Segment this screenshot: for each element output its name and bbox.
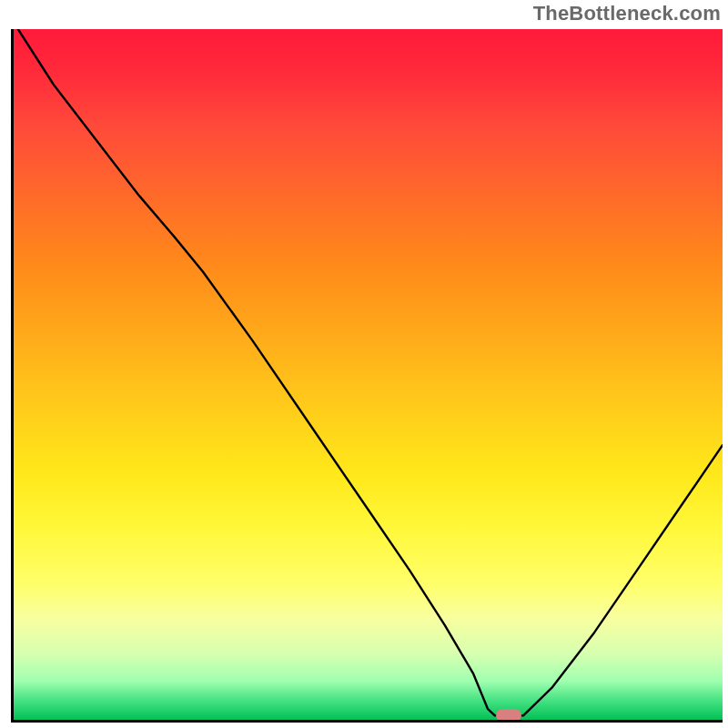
optimal-marker (496, 709, 521, 722)
curve-layer (11, 29, 723, 723)
watermark-text: TheBottleneck.com (533, 2, 721, 25)
chart-container: TheBottleneck.com (0, 0, 728, 728)
bottleneck-curve (18, 29, 723, 715)
